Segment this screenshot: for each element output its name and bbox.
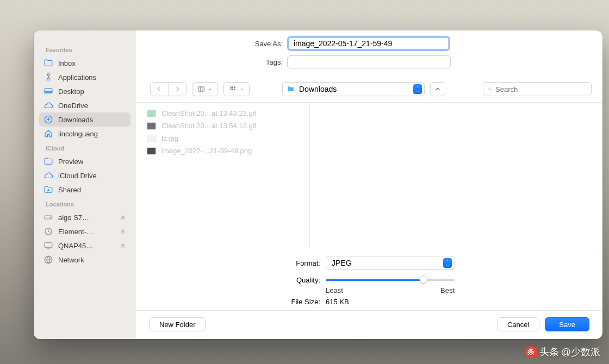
svg-rect-12 [232,86,233,87]
sidebar-item-applications[interactable]: Applications [39,70,130,84]
folder-icon [44,58,53,68]
format-value: JPEG [332,259,443,267]
watermark-handle: @少数派 [561,346,600,359]
search-input[interactable] [495,85,587,93]
location-popup[interactable]: Downloads [282,82,425,96]
quality-slider[interactable] [326,275,455,284]
file-row[interactable]: CleanShot 20…at 13.54.12.gif [136,120,309,132]
svg-rect-16 [234,89,235,90]
eject-icon[interactable] [120,214,126,221]
svg-point-17 [489,88,491,90]
chevron-down-icon [239,87,244,92]
svg-rect-8 [45,243,52,248]
sidebar-item-label: aigo S7… [58,214,115,222]
download-icon [44,115,53,124]
sidebar-item-label: Applications [58,73,126,81]
file-row[interactable]: CleanShot 20…at 13.43.23.gif [136,107,309,120]
sidebar-item-home[interactable]: lincolnguang [39,127,130,141]
sidebar-item-network[interactable]: Network [39,253,130,267]
file-size-value: 615 KB [326,298,349,306]
sidebar: Favorites Inbox Applications Desktop One… [34,30,136,339]
logo-icon: 条 [525,346,537,358]
format-section: Format: JPEG Quality: Least Bes [136,248,602,310]
sidebar-item-onedrive[interactable]: OneDrive [39,98,130,112]
file-row[interactable]: fz.jpg [136,132,309,145]
section-title-locations: Locations [39,197,130,210]
sidebar-item-inbox[interactable]: Inbox [39,56,130,70]
watermark-prefix: 头条 [539,346,559,359]
file-name: CleanShot 20…at 13.54.12.gif [161,122,256,130]
view-columns-button[interactable] [192,82,218,96]
slider-labels: Least Best [326,286,455,294]
sidebar-item-label: Element-… [58,228,115,236]
grid-icon [229,85,237,93]
file-thumbnail [147,110,156,117]
sidebar-item-desktop[interactable]: Desktop [39,84,130,98]
sidebar-item-icloud-drive[interactable]: iCloud Drive [39,168,130,183]
group-by-button[interactable] [223,82,250,96]
format-popup[interactable]: JPEG [326,256,455,270]
tags-input[interactable] [287,55,451,68]
main-pane: Save As: Tags: [136,30,602,339]
sidebar-item-label: Shared [58,186,126,194]
sidebar-item-disk-qnap[interactable]: QNAP45… [39,239,130,253]
cancel-button[interactable]: Cancel [497,317,539,331]
quality-least-label: Least [326,286,343,294]
folder-icon [286,85,295,93]
format-label: Format: [149,259,320,267]
svg-point-0 [47,74,49,76]
search-field[interactable] [483,82,592,96]
slider-knob[interactable] [420,275,428,284]
file-name: image_2022-…21-59-49.png [161,147,252,155]
sidebar-item-label: QNAP45… [58,242,115,250]
sidebar-item-shared[interactable]: Shared [39,183,130,197]
eject-icon[interactable] [120,242,126,249]
new-folder-button[interactable]: New Folder [149,317,206,331]
eject-icon[interactable] [120,228,126,235]
chevron-down-icon [415,90,420,93]
cloud-icon [44,171,53,180]
slider-track [326,279,455,281]
svg-rect-2 [45,92,52,93]
watermark: 条 头条 @少数派 [525,346,600,359]
location-stepper[interactable] [413,84,422,94]
forward-button[interactable] [169,83,186,96]
save-button[interactable]: Save [545,317,589,331]
house-icon [44,129,53,139]
disk-icon [44,212,53,222]
chevron-down-icon [445,264,450,267]
folder-icon [44,156,53,166]
file-column: CleanShot 20…at 13.43.23.gif CleanShot 2… [136,103,310,248]
format-stepper[interactable] [443,258,452,268]
chevron-up-icon [445,259,450,262]
sidebar-item-label: Downloads [58,116,126,124]
quality-label: Quality: [149,276,320,284]
save-as-label: Save As: [147,40,287,48]
sidebar-item-disk-element[interactable]: Element-… [39,224,130,239]
sidebar-item-preview[interactable]: Preview [39,154,130,168]
svg-rect-1 [45,89,52,93]
desktop-icon [44,86,53,96]
sidebar-item-label: iCloud Drive [58,172,126,180]
display-icon [44,241,53,250]
dialog-footer: New Folder Cancel Save [136,310,602,339]
file-thumbnail [147,122,156,130]
sidebar-item-label: lincolnguang [58,130,126,138]
location-name: Downloads [299,85,409,93]
top-fields: Save As: Tags: [136,30,602,76]
collapse-button[interactable] [430,82,445,96]
sidebar-item-label: OneDrive [58,102,126,110]
apps-icon [44,72,53,82]
sidebar-item-disk-aigo[interactable]: aigo S7… [39,210,130,224]
back-button[interactable] [151,83,169,96]
sidebar-item-downloads[interactable]: Downloads [39,112,130,127]
save-as-input[interactable] [289,37,449,49]
file-row[interactable]: image_2022-…21-59-49.png [136,145,309,157]
file-browser: CleanShot 20…at 13.43.23.gif CleanShot 2… [136,103,602,248]
toolbar: Downloads [136,76,602,102]
file-thumbnail [147,135,156,142]
quality-best-label: Best [440,286,455,294]
file-size-label: File Size: [149,298,320,306]
nav-back-forward [150,82,187,96]
timemachine-icon [44,227,53,236]
